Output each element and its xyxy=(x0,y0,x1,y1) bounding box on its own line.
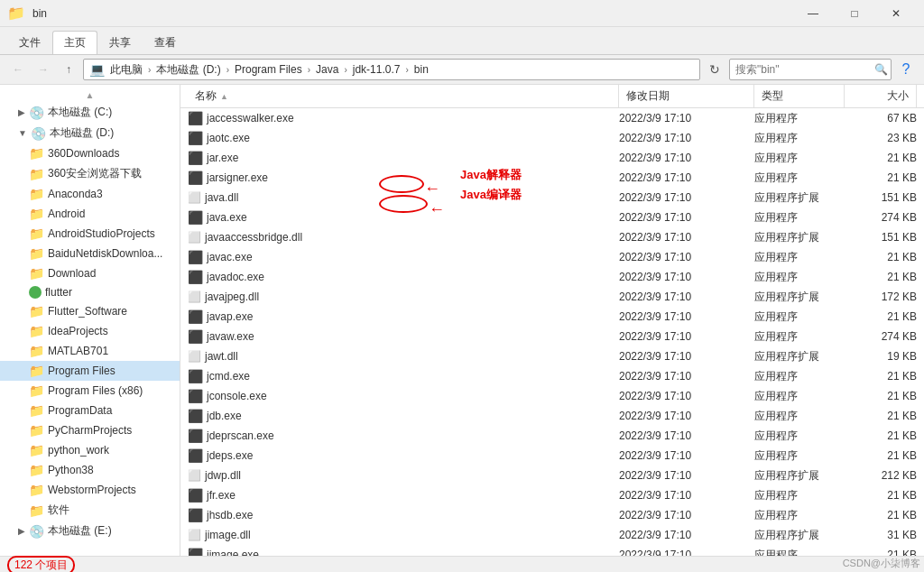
table-row[interactable]: ⬜ jawt.dll 2022/3/9 17:10 应用程序扩展 19 KB xyxy=(180,346,924,366)
folder-icon-pycharm: 📁 xyxy=(29,423,44,438)
up-button[interactable]: ↑ xyxy=(58,59,79,80)
table-row[interactable]: ⬛ jdeps.exe 2022/3/9 17:10 应用程序 21 KB xyxy=(180,446,924,466)
minimize-button[interactable]: — xyxy=(792,0,834,27)
tab-share[interactable]: 共享 xyxy=(97,31,143,54)
file-icon-dll: ⬜ xyxy=(188,469,201,482)
back-button[interactable]: ← xyxy=(7,59,29,80)
sidebar-item-androidstudio[interactable]: 📁 AndroidStudioProjects xyxy=(0,224,180,244)
sidebar-item-local-c[interactable]: ▶ 💿 本地磁盘 (C:) xyxy=(0,102,180,123)
path-segment-java[interactable]: Java xyxy=(314,61,340,78)
sidebar-item-flutter[interactable]: flutter xyxy=(0,283,180,301)
path-segment-pc[interactable]: 此电脑 xyxy=(108,60,144,79)
sidebar-scroll-up[interactable]: ▲ xyxy=(0,88,180,102)
help-button[interactable]: ? xyxy=(895,59,917,80)
sidebar-item-flutter-software[interactable]: 📁 Flutter_Software xyxy=(0,301,180,321)
sidebar-item-local-d[interactable]: ▼ 💿 本地磁盘 (D:) xyxy=(0,123,180,143)
file-type: 应用程序 xyxy=(754,250,845,265)
sidebar-item-software[interactable]: 📁 软件 xyxy=(0,500,180,521)
sidebar-label-download: Download xyxy=(48,267,96,280)
sidebar-item-python-work[interactable]: 📁 python_work xyxy=(0,440,180,460)
sidebar-item-programfiles-x86[interactable]: 📁 Program Files (x86) xyxy=(0,381,180,401)
table-row[interactable]: ⬛ jdb.exe 2022/3/9 17:10 应用程序 21 KB xyxy=(180,406,924,426)
table-row[interactable]: ⬛ javaw.exe 2022/3/9 17:10 应用程序 274 KB xyxy=(180,327,924,346)
table-row[interactable]: ⬛ jaccesswalker.exe 2022/3/9 17:10 应用程序 … xyxy=(180,108,924,128)
forward-button[interactable]: → xyxy=(32,59,54,80)
col-header-size[interactable]: 大小 xyxy=(845,85,917,107)
table-row[interactable]: ⬛ jhsdb.exe 2022/3/9 17:10 应用程序 21 KB xyxy=(180,505,924,525)
close-button[interactable]: ✕ xyxy=(875,0,917,27)
file-icon-exe: ⬛ xyxy=(188,309,203,324)
table-row[interactable]: ⬛ javadoc.exe 2022/3/9 17:10 应用程序 21 KB xyxy=(180,267,924,287)
table-row[interactable]: ⬜ javaaccessbridge.dll 2022/3/9 17:10 应用… xyxy=(180,227,924,247)
table-row[interactable]: ⬜ jdwp.dll 2022/3/9 17:10 应用程序扩展 212 KB xyxy=(180,466,924,485)
sidebar-item-programdata[interactable]: 📁 ProgramData xyxy=(0,401,180,420)
table-row[interactable]: ⬛ jaotc.exe 2022/3/9 17:10 应用程序 23 KB xyxy=(180,128,924,148)
col-header-name[interactable]: 名称 ▲ xyxy=(188,85,619,107)
file-icon-exe: ⬛ xyxy=(188,250,203,264)
table-row[interactable]: ⬛ jimage.exe 2022/3/9 17:10 应用程序 21 KB xyxy=(180,545,924,556)
sidebar-item-pycharm[interactable]: 📁 PyCharmProjects xyxy=(0,420,180,440)
tab-file[interactable]: 文件 xyxy=(7,31,52,54)
refresh-button[interactable]: ↻ xyxy=(704,59,725,80)
search-input[interactable] xyxy=(735,63,871,76)
address-path[interactable]: 💻 此电脑 › 本地磁盘 (D:) › Program Files › Java… xyxy=(83,59,700,80)
file-size: 31 KB xyxy=(845,529,917,541)
file-date: 2022/3/9 17:10 xyxy=(619,469,754,482)
file-date: 2022/3/9 17:10 xyxy=(619,211,754,224)
file-type: 应用程序扩展 xyxy=(754,190,845,206)
sidebar-label-anaconda3: Anaconda3 xyxy=(48,188,103,200)
table-row[interactable]: ⬛ javac.exe 2022/3/9 17:10 应用程序 21 KB xyxy=(180,247,924,267)
table-row[interactable]: ⬛ jar.exe 2022/3/9 17:10 应用程序 21 KB xyxy=(180,148,924,168)
table-row[interactable]: ⬜ java.dll 2022/3/9 17:10 应用程序扩展 151 KB xyxy=(180,188,924,208)
file-type: 应用程序 xyxy=(754,409,845,424)
file-icon-exe: ⬛ xyxy=(188,429,203,443)
table-row[interactable]: ⬛ jcmd.exe 2022/3/9 17:10 应用程序 21 KB xyxy=(180,366,924,386)
file-name: jarsigner.exe xyxy=(207,171,268,184)
file-type: 应用程序 xyxy=(754,329,845,345)
sidebar-item-matlab[interactable]: 📁 MATLAB701 xyxy=(0,341,180,361)
drive-icon-c: 💿 xyxy=(29,106,44,120)
table-row[interactable]: ⬜ jimage.dll 2022/3/9 17:10 应用程序扩展 31 KB xyxy=(180,525,924,545)
path-segment-programfiles[interactable]: Program Files xyxy=(233,61,304,78)
sidebar-item-webstorm[interactable]: 📁 WebstormProjects xyxy=(0,480,180,500)
sidebar-item-programfiles[interactable]: 📁 Program Files xyxy=(0,361,180,381)
file-date: 2022/3/9 17:10 xyxy=(619,152,754,164)
table-row[interactable]: ⬛ jdeprscan.exe 2022/3/9 17:10 应用程序 21 K… xyxy=(180,426,924,446)
col-header-date[interactable]: 修改日期 xyxy=(619,85,754,107)
path-segment-d[interactable]: 本地磁盘 (D:) xyxy=(154,60,222,79)
path-segment-jdk[interactable]: jdk-11.0.7 xyxy=(351,61,402,78)
col-header-type[interactable]: 类型 xyxy=(754,85,845,107)
sidebar-item-ideaprojects[interactable]: 📁 IdeaProjects xyxy=(0,321,180,341)
file-icon-exe: ⬛ xyxy=(188,369,203,383)
sidebar-item-download[interactable]: 📁 Download xyxy=(0,263,180,283)
folder-icon-matlab: 📁 xyxy=(29,344,44,358)
table-row[interactable]: ⬛ jconsole.exe 2022/3/9 17:10 应用程序 21 KB xyxy=(180,386,924,406)
sidebar-item-360browser[interactable]: 📁 360安全浏览器下载 xyxy=(0,163,180,184)
maximize-button[interactable]: □ xyxy=(834,0,875,27)
tab-home[interactable]: 主页 xyxy=(52,31,97,54)
file-name: jcmd.exe xyxy=(207,370,250,383)
sidebar-item-python38[interactable]: 📁 Python38 xyxy=(0,460,180,480)
file-size: 67 KB xyxy=(845,112,917,125)
sidebar-item-android[interactable]: 📁 Android xyxy=(0,204,180,224)
sidebar-label-webstorm: WebstormProjects xyxy=(48,484,136,496)
file-name: jdwp.dll xyxy=(205,469,241,482)
path-segment-bin[interactable]: bin xyxy=(412,61,430,78)
file-size: 274 KB xyxy=(845,211,917,224)
file-name: javap.exe xyxy=(207,310,253,323)
sidebar-item-local-e[interactable]: ▶ 💿 本地磁盘 (E:) xyxy=(0,521,180,541)
table-row[interactable]: ⬛ jarsigner.exe 2022/3/9 17:10 应用程序 21 K… xyxy=(180,168,924,188)
sidebar-item-360downloads[interactable]: 📁 360Downloads xyxy=(0,143,180,163)
file-icon-dll: ⬜ xyxy=(188,191,201,204)
table-row[interactable]: ⬛ javap.exe 2022/3/9 17:10 应用程序 21 KB xyxy=(180,307,924,327)
search-box[interactable]: 🔍 xyxy=(729,59,892,80)
file-list-body[interactable]: ⬛ jaccesswalker.exe 2022/3/9 17:10 应用程序 … xyxy=(180,108,924,556)
sidebar-label-androidstudio: AndroidStudioProjects xyxy=(48,227,155,240)
table-row[interactable]: ⬛ jfr.exe 2022/3/9 17:10 应用程序 21 KB xyxy=(180,485,924,505)
sidebar-item-baidunetdisk[interactable]: 📁 BaiduNetdiskDownloa... xyxy=(0,244,180,263)
sidebar-item-anaconda3[interactable]: 📁 Anaconda3 xyxy=(0,184,180,204)
tab-view[interactable]: 查看 xyxy=(143,31,188,54)
table-row[interactable]: ⬜ javajpeg.dll 2022/3/9 17:10 应用程序扩展 172… xyxy=(180,287,924,307)
file-name: jimage.exe xyxy=(207,549,259,556)
table-row[interactable]: ⬛ java.exe 2022/3/9 17:10 应用程序 274 KB xyxy=(180,208,924,227)
